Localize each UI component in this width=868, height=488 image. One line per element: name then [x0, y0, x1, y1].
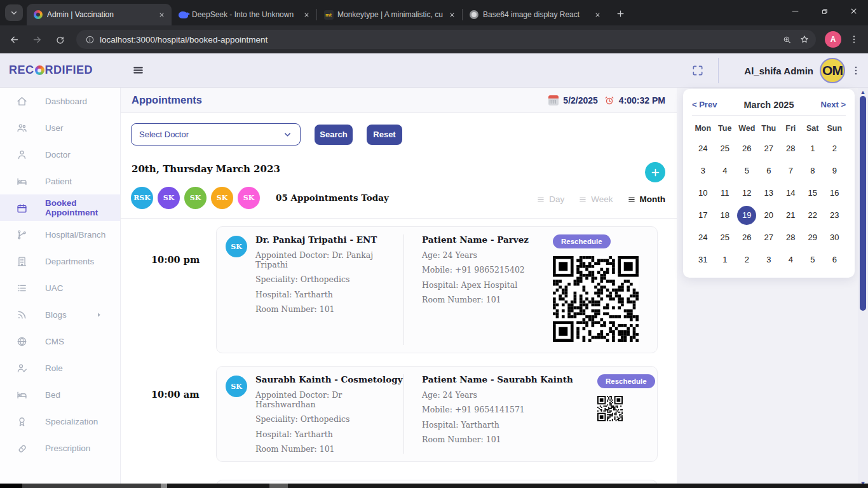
header-menu-icon[interactable]	[850, 65, 862, 76]
sidebar-item-cms[interactable]: CMS	[0, 328, 120, 355]
calendar-day[interactable]: 23	[825, 206, 844, 225]
calendar-prev-button[interactable]: < Prev	[692, 100, 717, 109]
select-doctor-dropdown[interactable]: Select Doctor	[131, 123, 301, 146]
sidebar-item-role[interactable]: Role	[0, 355, 120, 381]
calendar-day[interactable]: 20	[759, 206, 778, 225]
calendar-day[interactable]: 2	[825, 139, 844, 158]
calendar-day[interactable]: 7	[781, 161, 800, 180]
sidebar-item-booked-appointment[interactable]: Booked Appointment	[0, 194, 120, 221]
sidebar-item-specialization[interactable]: Specialization	[0, 408, 120, 435]
calendar-day[interactable]: 21	[781, 206, 800, 225]
calendar-day[interactable]: 5	[803, 250, 822, 269]
minimize-button[interactable]	[780, 0, 810, 22]
browser-tab[interactable]: mtMonkeytype | A minimalistic, cu	[317, 4, 462, 25]
sidebar-item-prescription[interactable]: Prescription	[0, 435, 120, 461]
calendar-day[interactable]: 10	[693, 184, 712, 203]
calendar-day[interactable]: 25	[715, 139, 735, 158]
reschedule-button[interactable]: Reschedule	[553, 234, 611, 248]
calendar-day[interactable]: 3	[693, 161, 712, 180]
calendar-day[interactable]: 30	[825, 228, 844, 247]
browser-tab[interactable]: Admin | Vaccination	[27, 4, 172, 25]
calendar-day[interactable]: 3	[759, 250, 778, 269]
calendar-day[interactable]: 4	[715, 161, 735, 180]
calendar-day[interactable]: 1	[803, 139, 822, 158]
appointment-avatar[interactable]: RSK	[131, 187, 153, 209]
user-avatar[interactable]: OM	[820, 58, 845, 83]
calendar-day[interactable]: 9	[825, 161, 844, 180]
reset-button[interactable]: Reset	[367, 125, 402, 145]
calendar-day[interactable]: 25	[715, 228, 735, 247]
calendar-day[interactable]: 19	[737, 206, 756, 225]
page-scrollbar[interactable]: ▲ ▼	[858, 88, 868, 488]
sidebar-item-dashboard[interactable]: Dashboard	[0, 88, 120, 114]
appointment-avatar[interactable]: SK	[238, 187, 260, 209]
sidebar-item-blogs[interactable]: Blogs	[0, 301, 120, 328]
browser-tab[interactable]: Base64 image display React	[463, 4, 607, 25]
address-bar[interactable]: localhost:3000/hospital/booked-appointme…	[76, 30, 816, 49]
view-toggle-week[interactable]: Week	[578, 194, 613, 204]
browser-menu-icon[interactable]	[849, 34, 859, 44]
calendar-day[interactable]: 5	[737, 161, 756, 180]
reschedule-button[interactable]: Reschedule	[597, 374, 655, 388]
sidebar-item-user[interactable]: User	[0, 114, 120, 141]
calendar-day[interactable]: 14	[781, 184, 800, 203]
close-button[interactable]	[839, 0, 868, 22]
calendar-day[interactable]: 29	[803, 228, 822, 247]
search-button[interactable]: Search	[315, 125, 353, 145]
tab-close-icon[interactable]	[301, 10, 311, 20]
appointment-avatar[interactable]: SK	[184, 187, 207, 209]
sidebar-item-uac[interactable]: UAC	[0, 274, 120, 301]
calendar-day[interactable]: 18	[715, 206, 735, 225]
maximize-button[interactable]	[810, 0, 839, 22]
calendar-day[interactable]: 16	[825, 184, 844, 203]
calendar-day[interactable]: 22	[803, 206, 822, 225]
site-info-icon[interactable]	[85, 35, 95, 44]
appointment-avatar[interactable]: SK	[211, 187, 233, 209]
calendar-day[interactable]: 17	[693, 206, 712, 225]
calendar-day[interactable]: 11	[715, 184, 735, 203]
sidebar-item-departments[interactable]: Departments	[0, 248, 120, 274]
sidebar-item-hospital-branch[interactable]: Hospital/Branch	[0, 221, 120, 248]
scrollbar-thumb[interactable]	[860, 96, 866, 311]
appointment-avatar[interactable]: SK	[158, 187, 180, 209]
reload-icon[interactable]	[51, 30, 69, 48]
fullscreen-icon[interactable]	[691, 64, 704, 77]
view-toggle-month[interactable]: Month	[627, 194, 665, 204]
calendar-day[interactable]: 24	[693, 139, 712, 158]
add-appointment-button[interactable]	[645, 162, 665, 182]
new-tab-button[interactable]	[611, 4, 629, 22]
calendar-day[interactable]: 24	[693, 228, 712, 247]
calendar-day[interactable]: 28	[781, 139, 800, 158]
calendar-day[interactable]: 6	[759, 161, 778, 180]
calendar-day[interactable]: 27	[759, 228, 778, 247]
tab-close-icon[interactable]	[447, 10, 457, 20]
calendar-day[interactable]: 26	[737, 228, 756, 247]
sidebar-item-patient[interactable]: Patient	[0, 168, 120, 194]
calendar-day[interactable]: 27	[759, 139, 778, 158]
bookmark-star-icon[interactable]	[799, 34, 810, 44]
zoom-icon[interactable]	[782, 35, 792, 44]
calendar-next-button[interactable]: Next >	[821, 100, 846, 109]
tab-close-icon[interactable]	[156, 10, 166, 20]
scrollbar-up-arrow[interactable]: ▲	[859, 89, 867, 95]
calendar-day[interactable]: 6	[825, 250, 844, 269]
tab-close-icon[interactable]	[592, 10, 602, 20]
calendar-day[interactable]: 2	[737, 250, 756, 269]
sidebar-item-doctor[interactable]: Doctor	[0, 141, 120, 168]
sidebar-toggle-icon[interactable]	[132, 64, 144, 76]
calendar-day[interactable]: 1	[715, 250, 735, 269]
forward-icon[interactable]	[28, 30, 46, 48]
calendar-day[interactable]: 26	[737, 139, 756, 158]
calendar-day[interactable]: 31	[693, 250, 712, 269]
calendar-day[interactable]: 12	[737, 184, 756, 203]
calendar-day[interactable]: 13	[759, 184, 778, 203]
calendar-day[interactable]: 15	[803, 184, 822, 203]
calendar-day[interactable]: 8	[803, 161, 822, 180]
browser-tab[interactable]: DeepSeek - Into the Unknown	[172, 4, 316, 25]
tab-search-button[interactable]	[5, 4, 23, 21]
calendar-day[interactable]: 28	[781, 228, 800, 247]
browser-profile-avatar[interactable]: A	[825, 31, 841, 48]
back-icon[interactable]	[5, 30, 23, 48]
calendar-day[interactable]: 4	[781, 250, 800, 269]
view-toggle-day[interactable]: Day	[536, 194, 564, 204]
